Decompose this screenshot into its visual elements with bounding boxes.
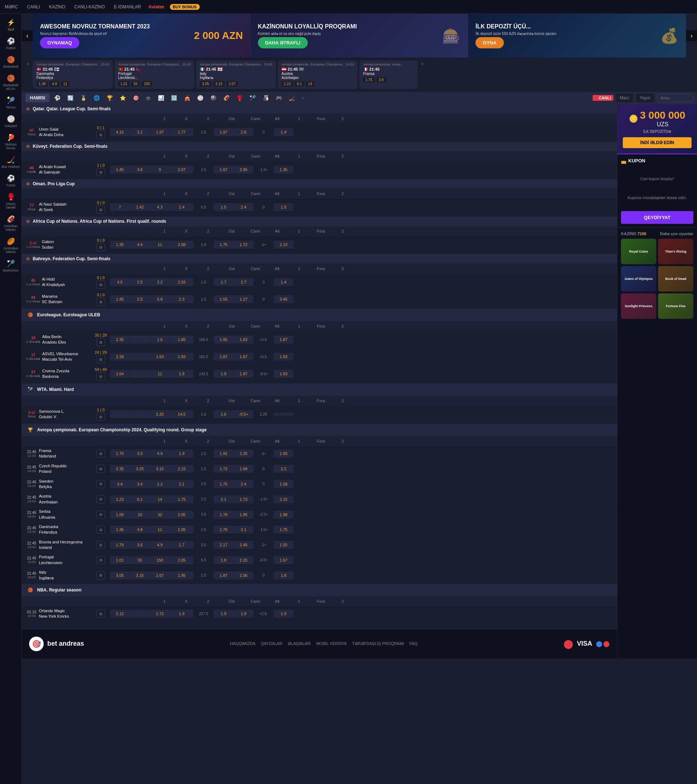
- cat-icon-soccer[interactable]: ⚽: [51, 94, 63, 102]
- odd-x-qatar-0[interactable]: 3.1: [130, 128, 150, 136]
- footer-link-4[interactable]: TƏRƏFDAŞLIQ PROQRAMI: [352, 641, 404, 646]
- strip-odd3-0[interactable]: 11: [61, 81, 69, 87]
- strip-odd2-2[interactable]: 3.15: [213, 81, 224, 87]
- odd-2-euro-0[interactable]: 1.6: [150, 336, 170, 344]
- strip-odd1-4[interactable]: 1.75: [363, 77, 374, 82]
- odd-x-euro2024-4[interactable]: 10: [130, 511, 150, 519]
- strip-match-0[interactable]: Avropa çempionatı. European Champions...…: [33, 61, 112, 89]
- odd-2-kuveyt-0[interactable]: 9: [150, 166, 170, 174]
- stat-btn-qatar-0[interactable]: ⊞: [96, 131, 105, 139]
- odd-ust-euro2024-7[interactable]: 2.05: [170, 556, 194, 564]
- odd-f2-africa-0[interactable]: 2.13: [274, 240, 294, 249]
- stat-euro2024-3[interactable]: ⊞: [96, 495, 105, 503]
- odd-ust-euro2024-3[interactable]: 1.75: [170, 495, 194, 503]
- stat-euro2024-7[interactable]: ⊞: [96, 556, 105, 564]
- odd-x-bahreyn-0[interactable]: 2.5: [130, 278, 150, 286]
- odd-1-euro2024-3[interactable]: 1.23: [110, 495, 130, 503]
- odd-alt-euro2024-4[interactable]: 1.78: [214, 511, 233, 519]
- cat-icon-9[interactable]: 🔢: [168, 94, 180, 102]
- odd-f1-euro2024-3[interactable]: 1.73: [233, 495, 253, 503]
- stat-btn-kuveyt-0[interactable]: ⊞: [96, 168, 105, 176]
- odd-f2-wta-0[interactable]: [274, 412, 294, 416]
- footer-link-3[interactable]: MOBİL VERSİYA: [316, 641, 347, 646]
- strip-odd2-0[interactable]: 4.8: [50, 81, 59, 87]
- odd-f1-euro-1[interactable]: 1.87: [233, 353, 253, 361]
- odd-f2-euro2024-4[interactable]: 1.98: [274, 511, 294, 519]
- nba-header[interactable]: 🏀 NBA. Regular season: [22, 584, 617, 596]
- odd-alt-euro-0[interactable]: 1.95: [214, 336, 233, 344]
- sidebar-item-tacil[interactable]: ⚡ Tacil: [0, 16, 21, 34]
- stat-euro2024-5[interactable]: ⊞: [96, 525, 105, 534]
- strip-match-2[interactable]: Avropa çempionatı. European Champions...…: [196, 61, 276, 89]
- odd-ust-euro2024-2[interactable]: 2.1: [170, 480, 194, 488]
- odd-f1-euro2024-4[interactable]: 1.85: [233, 511, 253, 519]
- odd-2-euro2024-2[interactable]: 2.2: [150, 480, 170, 488]
- odd-f1-oman-0[interactable]: 2.4: [233, 203, 253, 211]
- casino-card-3[interactable]: Book of Dead: [658, 266, 694, 292]
- odd-f1-euro2024-1[interactable]: 1.68: [233, 465, 253, 473]
- odd-2-oman-0[interactable]: 4.3: [150, 203, 170, 211]
- odd-f1-euro2024-7[interactable]: 2.25: [233, 556, 253, 564]
- odd-2-euro2024-0[interactable]: 4.9: [150, 450, 170, 458]
- stat-btn-bahreyn-0[interactable]: ⊞: [96, 281, 105, 289]
- odd-1-euro2024-1[interactable]: 2.35: [110, 465, 130, 473]
- casino-card-5[interactable]: Fortune Five: [658, 293, 694, 319]
- aviator-logo[interactable]: Aviator: [148, 4, 164, 10]
- odd-2-nba-0[interactable]: 1.72: [150, 609, 170, 618]
- footer-link-2[interactable]: ƏLAQƏLƏR: [288, 641, 311, 646]
- odd-alt-euro2024-5[interactable]: 1.78: [214, 525, 233, 534]
- odd-f2-euro2024-2[interactable]: 1.58: [274, 480, 294, 488]
- odd-1-euro2024-4[interactable]: 1.09: [110, 511, 130, 519]
- hamisi-button[interactable]: HAMISI: [25, 94, 49, 102]
- odd-alt-euro2024-1[interactable]: 1.72: [214, 465, 233, 473]
- odd-2-wta-0[interactable]: 2.25: [150, 410, 170, 418]
- marc-button[interactable]: Marc: [616, 94, 633, 102]
- odd-1-euro2024-8[interactable]: 3.05: [110, 572, 130, 580]
- odd-2-euro2024-4[interactable]: 32: [150, 511, 170, 519]
- strip-odd2-3[interactable]: 6.1: [295, 81, 304, 87]
- odd-f1-euro2024-8[interactable]: 2.06: [233, 572, 253, 580]
- odd-alt-euro2024-3[interactable]: 2.1: [214, 495, 233, 503]
- odd-ust-bahreyn-0[interactable]: 2.03: [170, 278, 194, 286]
- strip-match-1[interactable]: Avropa çempionatı. European Champions...…: [115, 61, 194, 89]
- odd-ust-euro2024-0[interactable]: 1.9: [170, 450, 194, 458]
- sidebar-item-table-tennis[interactable]: 🏓 Stolüstü tennis: [0, 131, 21, 153]
- odd-f2-euro2024-5[interactable]: 1.75: [274, 525, 294, 534]
- odd-x-euro2024-7[interactable]: 55: [130, 556, 150, 564]
- odd-ust-nba-0[interactable]: 1.9: [170, 609, 194, 618]
- buy-bonus-button[interactable]: BUY BONUS: [170, 4, 200, 10]
- odd-x-euro2024-3[interactable]: 6.1: [130, 495, 150, 503]
- sidebar-item-aussie-football[interactable]: 🏉 Avstraliya futbolu: [0, 234, 21, 257]
- odd-x-euro2024-0[interactable]: 3.9: [130, 450, 150, 458]
- footer-link-0[interactable]: HAQQIMIZDA: [230, 641, 255, 646]
- strip-odd1-0[interactable]: 1.36: [36, 81, 48, 87]
- casino-card-2[interactable]: Gates of Olympus: [621, 266, 656, 292]
- odd-alt-bahreyn-0[interactable]: 1.7: [214, 278, 233, 286]
- odd-1-bahreyn-1[interactable]: 1.95: [110, 295, 130, 303]
- odd-f2-euro2024-6[interactable]: 1.55: [274, 541, 294, 549]
- strip-prev[interactable]: ‹: [25, 61, 31, 89]
- casino-card-1[interactable]: Titan's Rising: [658, 239, 694, 264]
- wta-header[interactable]: 🎾 WTA. Miami. Hard: [22, 383, 617, 395]
- odd-alt-euro-1[interactable]: 1.87: [214, 353, 233, 361]
- odd-f2-euro2024-8[interactable]: 1.8: [274, 572, 294, 580]
- odd-f1-wta-0[interactable]: -9.5+: [233, 410, 253, 418]
- odd-f1-euro2024-5[interactable]: 2.1: [233, 525, 253, 534]
- cat-icon-5[interactable]: ⭐: [117, 94, 129, 102]
- sidebar-item-american-football[interactable]: 🏈 Amerikan futbolu: [0, 212, 21, 234]
- odd-ust-euro-0[interactable]: 1.85: [170, 336, 194, 344]
- odd-2-qatar-0[interactable]: 1.97: [150, 128, 170, 136]
- banner3-button[interactable]: OYNA: [475, 37, 504, 48]
- stat-btn-bahreyn-1[interactable]: ⊞: [96, 298, 105, 306]
- odd-f2-euro2024-7[interactable]: 1.67: [274, 556, 294, 564]
- cat-icon-14[interactable]: 🥊: [233, 94, 245, 102]
- cat-icon-8[interactable]: 📊: [155, 94, 167, 102]
- odd-f2-kuveyt-0[interactable]: 1.35: [274, 166, 294, 174]
- odd-x-africa-0[interactable]: 4.6: [130, 240, 150, 249]
- odd-f2-nba-0[interactable]: 1.9: [274, 609, 294, 618]
- odd-2-euro2024-5[interactable]: 11: [150, 525, 170, 534]
- odd-1-euro-1[interactable]: 2.28: [110, 353, 130, 361]
- odd-f1-euro2024-6[interactable]: 2.45: [233, 541, 253, 549]
- banner-next-button[interactable]: ›: [686, 30, 697, 41]
- sidebar-item-basketball-ncaa[interactable]: 🏀 Basketball NCAA: [0, 71, 21, 94]
